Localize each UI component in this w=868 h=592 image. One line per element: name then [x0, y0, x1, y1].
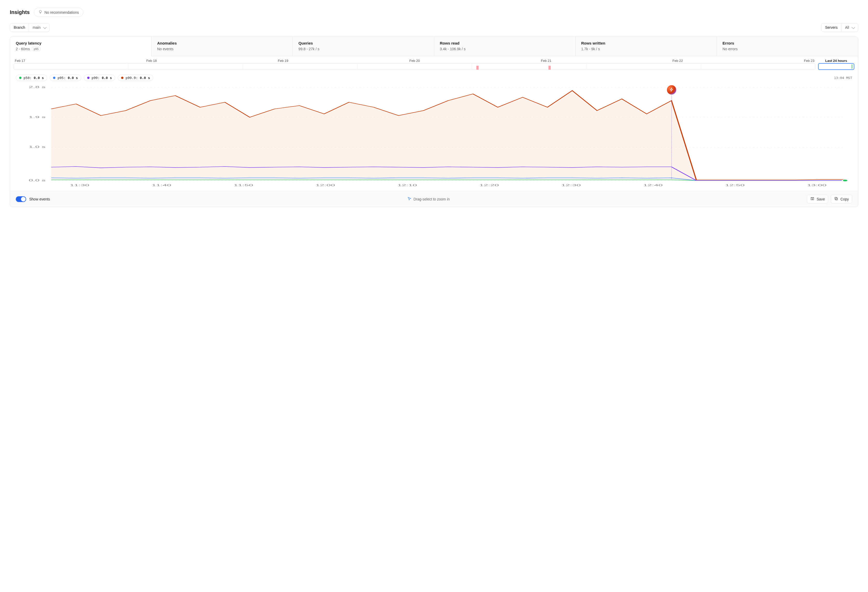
- branch-selector[interactable]: Branch main: [10, 23, 50, 32]
- svg-point-20: [842, 179, 848, 182]
- servers-dropdown[interactable]: All: [841, 23, 858, 32]
- tab-rows-read[interactable]: Rows read3.4k - 106.9k / s: [434, 37, 576, 56]
- timeline-spark[interactable]: [14, 63, 815, 70]
- timeline-day-label: Feb 18: [146, 59, 156, 63]
- tab-subtitle: 3.4k - 106.9k / s: [440, 47, 570, 51]
- last24-selector[interactable]: [818, 63, 854, 70]
- svg-text:1.9 s: 1.9 s: [29, 115, 46, 119]
- servers-value: All: [845, 25, 849, 30]
- svg-text:2.8 s: 2.8 s: [29, 86, 46, 89]
- svg-text:12:00: 12:00: [316, 184, 335, 187]
- svg-rect-21: [836, 198, 838, 200]
- zoom-hint: Drag-select to zoom in: [407, 197, 450, 201]
- legend-dot-icon: [87, 77, 90, 79]
- legend-dot-icon: [53, 77, 55, 79]
- tab-subtitle: No errors: [723, 47, 852, 51]
- current-time: 13:04 MST: [834, 76, 852, 80]
- chart-legend: p50: 0.0 sp95: 0.0 sp99: 0.0 sp99.9: 0.0…: [16, 75, 153, 81]
- legend-item-p50[interactable]: p50: 0.0 s: [16, 75, 47, 81]
- legend-item-p95[interactable]: p95: 0.0 s: [50, 75, 81, 81]
- svg-text:13:00: 13:00: [807, 184, 826, 187]
- tab-rows-written[interactable]: Rows written1.7k - 9k / s: [576, 37, 717, 56]
- insights-panel: Query latency2 - 60msp95AnomaliesNo even…: [10, 37, 858, 207]
- tab-title: Queries: [298, 41, 428, 45]
- tab-title: Anomalies: [157, 41, 287, 45]
- timeline-day-label: Feb 19: [278, 59, 288, 63]
- chevron-down-icon: [852, 25, 855, 29]
- show-events-label: Show events: [29, 197, 50, 201]
- legend-item-p99[interactable]: p99: 0.0 s: [84, 75, 115, 81]
- svg-text:0.0 s: 0.0 s: [29, 179, 46, 182]
- lightbulb-icon: [38, 10, 43, 15]
- svg-text:11:30: 11:30: [70, 184, 89, 187]
- tab-anomalies[interactable]: AnomaliesNo events: [151, 37, 293, 56]
- svg-text:11:50: 11:50: [234, 184, 253, 187]
- svg-text:12:40: 12:40: [643, 184, 663, 187]
- tab-title: Errors: [723, 41, 852, 45]
- svg-text:1.0 s: 1.0 s: [29, 145, 46, 149]
- tab-title: Rows read: [440, 41, 570, 45]
- svg-text:12:50: 12:50: [725, 184, 744, 187]
- tab-subtitle: 99.8 - 27k / s: [298, 47, 428, 51]
- lightning-icon: [670, 87, 674, 92]
- tab-subtitle: 1.7k - 9k / s: [581, 47, 711, 51]
- timeline-day-label: Feb 22: [672, 59, 683, 63]
- tab-title: Rows written: [581, 41, 711, 45]
- legend-dot-icon: [121, 77, 124, 79]
- latency-chart[interactable]: 0.0 s1.0 s1.9 s2.8 s11:3011:4011:5012:00…: [16, 85, 852, 188]
- chevron-down-icon: [43, 25, 47, 29]
- tab-queries[interactable]: Queries99.8 - 27k / s: [293, 37, 434, 56]
- branch-dropdown[interactable]: main: [29, 23, 49, 32]
- legend-dot-icon: [19, 77, 22, 79]
- svg-text:12:10: 12:10: [397, 184, 417, 187]
- svg-text:11:40: 11:40: [152, 184, 171, 187]
- branch-label: Branch: [10, 23, 29, 32]
- cursor-icon: [407, 197, 412, 201]
- copy-button[interactable]: Copy: [831, 195, 852, 203]
- timeline-day-label: Feb 20: [409, 59, 420, 63]
- recommendations-button[interactable]: No recommendations: [34, 8, 83, 17]
- tab-title: Query latency: [16, 41, 145, 45]
- tab-subtitle: 2 - 60msp95: [16, 47, 145, 51]
- tab-errors[interactable]: ErrorsNo errors: [717, 37, 858, 56]
- last24-label: Last 24 hours: [818, 59, 854, 63]
- save-button[interactable]: Save: [807, 195, 828, 203]
- percentile-badge: p95: [32, 47, 40, 51]
- svg-text:12:20: 12:20: [479, 184, 499, 187]
- recommendations-label: No recommendations: [44, 10, 79, 15]
- tab-query-latency[interactable]: Query latency2 - 60msp95: [10, 37, 151, 56]
- metric-tabs: Query latency2 - 60msp95AnomaliesNo even…: [10, 37, 858, 56]
- event-indicator-line: [671, 95, 672, 179]
- event-marker[interactable]: [667, 85, 676, 95]
- timeline-day-label: Feb 23: [804, 59, 815, 63]
- timeline: Feb 17Feb 18Feb 19Feb 20Feb 21Feb 22Feb …: [10, 56, 858, 70]
- branch-value: main: [32, 25, 40, 30]
- legend-item-p99-9[interactable]: p99.9: 0.0 s: [118, 75, 153, 81]
- svg-text:12:30: 12:30: [561, 184, 581, 187]
- servers-selector[interactable]: Servers All: [821, 23, 858, 32]
- servers-label: Servers: [821, 23, 841, 32]
- tab-subtitle: No events: [157, 47, 287, 51]
- save-icon: [810, 197, 815, 201]
- copy-icon: [834, 197, 838, 201]
- page-title: Insights: [10, 9, 30, 15]
- timeline-day-label: Feb 17: [15, 59, 25, 63]
- show-events-toggle[interactable]: [16, 196, 26, 202]
- svg-rect-22: [835, 197, 837, 200]
- timeline-day-label: Feb 21: [541, 59, 551, 63]
